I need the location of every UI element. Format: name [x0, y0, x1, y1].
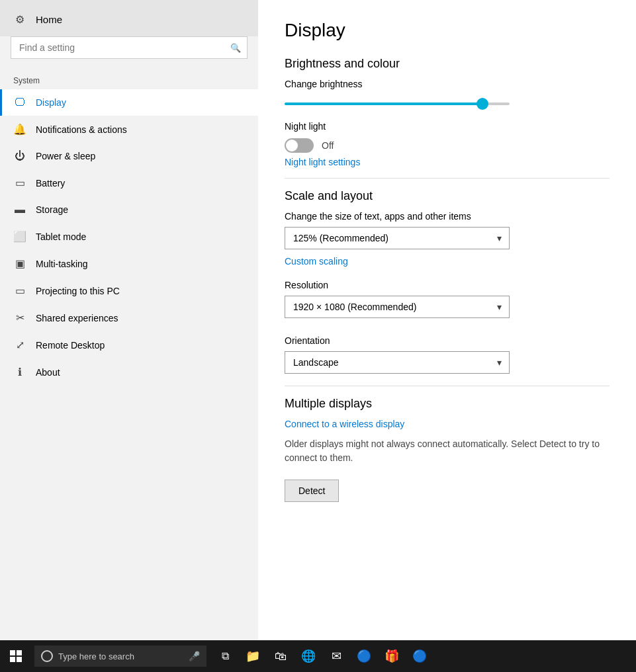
sidebar-item-display[interactable]: 🖵 Display [0, 89, 258, 116]
sidebar: ⚙ Home 🔍 System 🖵 Display 🔔 Notification… [0, 0, 258, 640]
sidebar-item-notifications[interactable]: 🔔 Notifications & actions [0, 116, 258, 143]
sidebar-about-label: About [36, 367, 60, 378]
search-circle-icon [41, 650, 53, 662]
sidebar-item-shared[interactable]: ✂ Shared experiences [0, 304, 258, 331]
taskbar: Type here to search 🎤 ⧉ 📁 🛍 🌐 ✉ 🔵 🎁 🔵 [0, 640, 636, 672]
search-input[interactable] [11, 36, 248, 59]
night-light-settings-link[interactable]: Night light settings [285, 157, 610, 167]
brightness-label: Change brightness [285, 79, 610, 89]
taskbar-search-bar[interactable]: Type here to search 🎤 [34, 646, 206, 667]
microphone-icon[interactable]: 🎤 [189, 651, 200, 661]
gift-button[interactable]: 🎁 [379, 640, 405, 672]
toggle-slider [285, 138, 314, 153]
page-title: Display [285, 20, 610, 41]
sidebar-shared-label: Shared experiences [36, 313, 118, 323]
sidebar-storage-label: Storage [36, 204, 68, 215]
search-icon: 🔍 [230, 43, 241, 53]
file-explorer-button[interactable]: 📁 [240, 640, 266, 672]
edge2-button[interactable]: 🔵 [406, 640, 433, 672]
info-text: Older displays might not always connect … [285, 437, 610, 465]
sidebar-tablet-label: Tablet mode [36, 231, 86, 242]
resolution-dropdown[interactable]: 1920 × 1080 (Recommended) 1280 × 720 102… [285, 296, 510, 318]
brightness-section-heading: Brightness and colour [285, 57, 610, 71]
sidebar-notifications-label: Notifications & actions [36, 124, 127, 135]
mail-button[interactable]: ✉ [323, 640, 349, 672]
power-icon: ⏻ [13, 150, 26, 162]
sidebar-item-tablet[interactable]: ⬜ Tablet mode [0, 223, 258, 250]
edge-button[interactable]: 🌐 [295, 640, 322, 672]
scale-dropdown-wrap: 100% 125% (Recommended) 150% 175% [285, 227, 510, 249]
sidebar-projecting-label: Projecting to this PC [36, 286, 120, 296]
night-light-toggle[interactable] [285, 138, 314, 153]
sidebar-item-remote[interactable]: ⤢ Remote Desktop [0, 331, 258, 358]
night-light-label: Night light [285, 121, 610, 132]
home-icon: ⚙ [13, 13, 26, 26]
chrome-button[interactable]: 🔵 [351, 640, 377, 672]
brightness-slider-wrap [285, 96, 610, 108]
night-light-state: Off [322, 140, 334, 151]
sidebar-item-battery[interactable]: ▭ Battery [0, 169, 258, 196]
divider-2 [285, 386, 610, 386]
shared-icon: ✂ [13, 312, 26, 324]
sidebar-item-about[interactable]: ℹ About [0, 358, 258, 386]
tablet-icon: ⬜ [13, 230, 26, 243]
resolution-label: Resolution [285, 280, 610, 290]
battery-icon: ▭ [13, 177, 26, 189]
connect-wireless-link[interactable]: Connect to a wireless display [285, 419, 610, 429]
task-view-button[interactable]: ⧉ [212, 640, 238, 672]
main-content: Display Brightness and colour Change bri… [258, 0, 636, 640]
sidebar-power-label: Power & sleep [36, 151, 95, 161]
remote-icon: ⤢ [13, 339, 26, 351]
orientation-dropdown[interactable]: Landscape Portrait Landscape (flipped) P… [285, 351, 510, 374]
scale-label: Change the size of text, apps and other … [285, 211, 610, 222]
search-box: 🔍 [11, 36, 248, 59]
resolution-dropdown-wrap: 1920 × 1080 (Recommended) 1280 × 720 102… [285, 296, 510, 318]
system-section-label: System [0, 69, 258, 89]
start-button[interactable] [0, 640, 32, 672]
multiple-displays-heading: Multiple displays [285, 397, 610, 411]
sidebar-item-projecting[interactable]: ▭ Projecting to this PC [0, 277, 258, 304]
store-button[interactable]: 🛍 [267, 640, 294, 672]
detect-button[interactable]: Detect [285, 480, 339, 502]
scale-section-heading: Scale and layout [285, 189, 610, 203]
taskbar-search-text: Type here to search [58, 651, 179, 661]
multitasking-icon: ▣ [13, 257, 26, 270]
projecting-icon: ▭ [13, 284, 26, 297]
sidebar-battery-label: Battery [36, 178, 65, 189]
orientation-dropdown-wrap: Landscape Portrait Landscape (flipped) P… [285, 351, 510, 374]
taskbar-icon-group: ⧉ 📁 🛍 🌐 ✉ 🔵 🎁 🔵 [212, 640, 433, 672]
notifications-icon: 🔔 [13, 123, 26, 136]
display-icon: 🖵 [13, 97, 26, 108]
windows-icon [10, 650, 22, 662]
sidebar-remote-label: Remote Desktop [36, 340, 105, 351]
sidebar-item-multitasking[interactable]: ▣ Multi-tasking [0, 250, 258, 277]
sidebar-home[interactable]: ⚙ Home [0, 0, 258, 36]
brightness-slider[interactable] [285, 103, 510, 105]
scale-dropdown[interactable]: 100% 125% (Recommended) 150% 175% [285, 227, 510, 249]
custom-scaling-link[interactable]: Custom scaling [285, 256, 610, 267]
sidebar-item-storage[interactable]: ▬ Storage [0, 196, 258, 223]
night-light-row: Off [285, 138, 610, 153]
sidebar-multitasking-label: Multi-tasking [36, 259, 88, 269]
home-label: Home [36, 14, 62, 25]
sidebar-item-power[interactable]: ⏻ Power & sleep [0, 143, 258, 169]
about-icon: ℹ [13, 366, 26, 378]
divider-1 [285, 178, 610, 179]
storage-icon: ▬ [13, 204, 26, 216]
orientation-label: Orientation [285, 335, 610, 346]
sidebar-display-label: Display [36, 97, 66, 108]
